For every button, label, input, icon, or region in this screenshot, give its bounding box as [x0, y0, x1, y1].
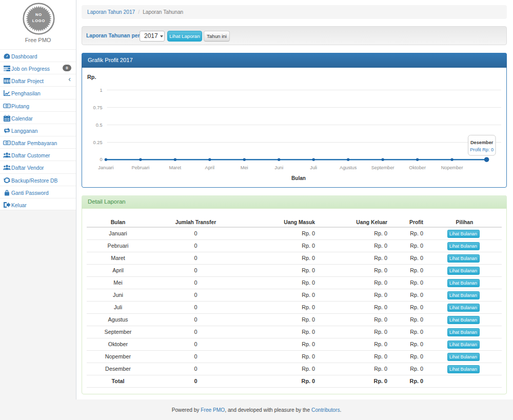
svg-text:Profit Rp: 0: Profit Rp: 0: [470, 147, 494, 152]
svg-text:0.75: 0.75: [93, 105, 103, 110]
svg-text:0.25: 0.25: [93, 140, 103, 145]
svg-text:Juli: Juli: [310, 165, 317, 170]
svg-text:Rp.: Rp.: [87, 74, 96, 80]
svg-text:Juni: Juni: [274, 165, 283, 170]
svg-text:0.5: 0.5: [96, 123, 103, 128]
svg-text:Bulan: Bulan: [291, 175, 306, 181]
svg-text:Pebruari: Pebruari: [132, 165, 150, 170]
svg-text:Mei: Mei: [241, 165, 248, 170]
svg-text:LOGO: LOGO: [32, 18, 45, 23]
svg-text:September: September: [371, 165, 394, 170]
svg-text:April: April: [205, 165, 214, 170]
svg-text:Oktober: Oktober: [409, 165, 426, 170]
svg-text:Nopember: Nopember: [441, 165, 463, 170]
svg-text:0: 0: [100, 157, 102, 162]
svg-text:Maret: Maret: [169, 165, 182, 170]
svg-text:Desember: Desember: [470, 140, 494, 145]
svg-text:1: 1: [100, 88, 102, 93]
svg-text:Januari: Januari: [98, 165, 113, 170]
svg-text:NO: NO: [35, 12, 42, 17]
svg-text:Agustus: Agustus: [340, 165, 357, 170]
